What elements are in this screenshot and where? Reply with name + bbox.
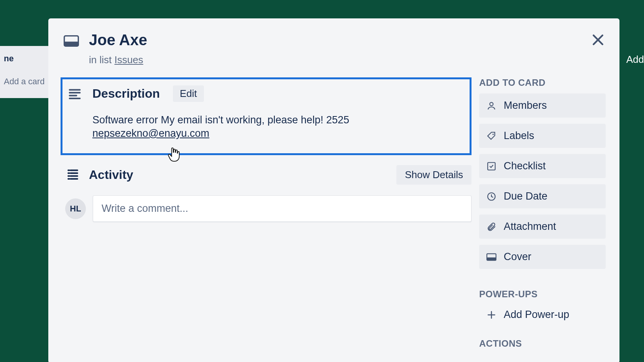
labels-label: Labels xyxy=(504,130,534,142)
edit-description-button[interactable]: Edit xyxy=(173,85,204,102)
svg-point-2 xyxy=(490,102,493,106)
due-date-button[interactable]: Due Date xyxy=(479,184,606,208)
tag-icon xyxy=(486,131,497,141)
clock-icon xyxy=(486,191,497,202)
svg-rect-7 xyxy=(487,257,496,260)
members-label: Members xyxy=(504,100,547,111)
card-modal: Joe Axe in list Issues Description Edit … xyxy=(48,18,619,362)
in-list-info: in list Issues xyxy=(89,54,606,66)
card-icon xyxy=(64,35,79,47)
plus-icon xyxy=(486,310,497,320)
activity-icon xyxy=(66,167,80,183)
cover-button[interactable]: Cover xyxy=(479,245,606,269)
cover-icon xyxy=(486,252,497,262)
sidebar: ADD TO CARD Members Labels Checklist xyxy=(479,77,606,354)
svg-rect-4 xyxy=(488,162,495,170)
paperclip-icon xyxy=(486,221,497,232)
description-body: Software error My email isn't working, p… xyxy=(92,114,349,126)
show-details-button[interactable]: Show Details xyxy=(396,165,472,185)
description-email-link[interactable]: nepsezekno@enayu.com xyxy=(92,128,209,139)
cover-label: Cover xyxy=(504,251,531,263)
close-button[interactable] xyxy=(586,28,610,52)
checklist-icon xyxy=(486,161,497,172)
background-list: ne Add a card xyxy=(0,46,54,98)
card-title[interactable]: Joe Axe xyxy=(89,31,147,49)
list-link[interactable]: Issues xyxy=(114,54,143,66)
checklist-label: Checklist xyxy=(504,160,546,172)
actions-heading: ACTIONS xyxy=(479,338,606,349)
card-header: Joe Axe xyxy=(64,29,606,49)
activity-heading: Activity xyxy=(89,168,133,182)
labels-button[interactable]: Labels xyxy=(479,124,606,148)
description-text[interactable]: Software error My email isn't working, p… xyxy=(92,113,463,140)
members-button[interactable]: Members xyxy=(479,93,606,118)
checklist-button[interactable]: Checklist xyxy=(479,154,606,178)
avatar[interactable]: HL xyxy=(65,198,86,219)
power-ups-heading: POWER-UPS xyxy=(479,289,606,300)
activity-section-header: Activity Show Details xyxy=(64,165,472,185)
bg-add-another[interactable]: Add xyxy=(626,54,644,66)
attachment-label: Attachment xyxy=(504,221,556,233)
due-date-label: Due Date xyxy=(504,190,547,202)
user-icon xyxy=(486,100,497,111)
description-section: Description Edit Software error My email… xyxy=(61,77,472,155)
in-list-prefix: in list xyxy=(89,54,114,66)
add-to-card-heading: ADD TO CARD xyxy=(479,77,606,88)
bg-list-title: ne xyxy=(4,54,50,77)
comment-input[interactable]: Write a comment... xyxy=(93,195,472,222)
comment-row: HL Write a comment... xyxy=(64,195,472,222)
attachment-button[interactable]: Attachment xyxy=(479,215,606,239)
add-power-up-button[interactable]: Add Power-up xyxy=(479,305,606,324)
bg-add-card[interactable]: Add a card xyxy=(4,77,50,87)
close-icon xyxy=(590,32,606,48)
svg-rect-1 xyxy=(64,42,79,46)
add-power-up-label: Add Power-up xyxy=(504,309,569,321)
description-icon xyxy=(68,87,83,101)
description-heading: Description xyxy=(92,87,160,101)
svg-point-3 xyxy=(493,134,494,135)
